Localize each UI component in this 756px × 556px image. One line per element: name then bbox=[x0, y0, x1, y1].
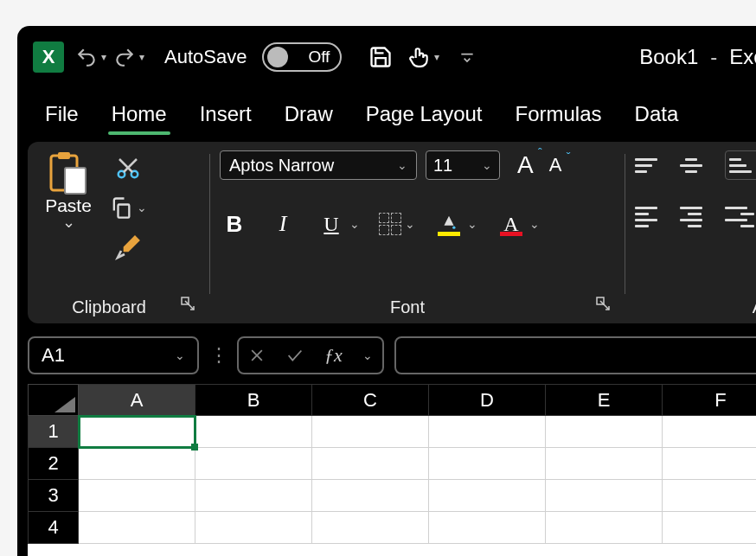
font-group-label: Font bbox=[220, 294, 595, 317]
tab-home[interactable]: Home bbox=[108, 97, 170, 135]
cell-c1[interactable] bbox=[312, 416, 429, 448]
cell-e1[interactable] bbox=[546, 416, 663, 448]
font-family-value: Aptos Narrow bbox=[229, 156, 334, 176]
tab-insert[interactable]: Insert bbox=[196, 97, 255, 135]
chevron-down-icon: ⌄ bbox=[349, 217, 360, 231]
align-bottom-button[interactable] bbox=[725, 150, 756, 180]
column-header-d[interactable]: D bbox=[429, 385, 546, 416]
cell-a1[interactable] bbox=[79, 416, 195, 448]
cell-d4[interactable] bbox=[429, 512, 546, 544]
borders-button[interactable]: ⌄ bbox=[379, 213, 415, 235]
cell-b1[interactable] bbox=[195, 416, 312, 448]
font-family-combo[interactable]: Aptos Narrow ⌄ bbox=[220, 150, 417, 180]
tab-formulas[interactable]: Formulas bbox=[512, 97, 605, 135]
shrink-font-button[interactable]: Aˇ bbox=[549, 154, 562, 176]
align-middle-button[interactable] bbox=[680, 150, 709, 180]
svg-rect-2 bbox=[58, 152, 70, 159]
formula-bar-options[interactable]: ⋮ bbox=[209, 344, 227, 367]
cell-e3[interactable] bbox=[546, 480, 663, 512]
cell-e4[interactable] bbox=[546, 512, 663, 544]
excel-app-icon: X bbox=[33, 42, 64, 73]
clipboard-launcher[interactable] bbox=[180, 296, 199, 315]
touch-mode-button[interactable] bbox=[407, 42, 440, 73]
cell-c3[interactable] bbox=[312, 480, 429, 512]
group-alignment: Ali bbox=[625, 142, 756, 323]
cell-b2[interactable] bbox=[195, 448, 312, 480]
chevron-down-icon: ⌄ bbox=[175, 348, 185, 362]
clipboard-icon bbox=[48, 150, 89, 194]
fill-icon bbox=[434, 209, 464, 239]
cell-a2[interactable] bbox=[79, 448, 195, 480]
insert-function-button[interactable]: ƒx bbox=[324, 344, 343, 367]
autosave-toggle[interactable]: Off bbox=[262, 42, 342, 72]
cell-d1[interactable] bbox=[429, 416, 546, 448]
cell-a3[interactable] bbox=[79, 480, 195, 512]
align-top-button[interactable] bbox=[635, 150, 664, 180]
font-launcher[interactable] bbox=[595, 296, 614, 315]
save-button[interactable] bbox=[364, 42, 397, 73]
cut-button[interactable] bbox=[111, 152, 145, 183]
align-right-button[interactable] bbox=[725, 202, 754, 232]
italic-button[interactable]: I bbox=[268, 209, 298, 239]
chevron-down-icon: ⌄ bbox=[362, 348, 373, 362]
cell-e2[interactable] bbox=[546, 448, 663, 480]
align-left-button[interactable] bbox=[635, 202, 664, 232]
undo-button[interactable] bbox=[74, 42, 107, 73]
customize-qat-button[interactable] bbox=[451, 42, 484, 73]
cell-b3[interactable] bbox=[195, 480, 312, 512]
enter-formula-button[interactable] bbox=[285, 346, 304, 365]
autosave-state: Off bbox=[308, 48, 330, 67]
tab-file[interactable]: File bbox=[42, 97, 82, 135]
align-center-button[interactable] bbox=[680, 202, 709, 232]
cell-f3[interactable] bbox=[663, 480, 757, 512]
column-header-e[interactable]: E bbox=[546, 385, 663, 416]
svg-point-10 bbox=[452, 227, 455, 229]
group-clipboard: Paste ⌄ Clipboard bbox=[28, 142, 209, 323]
borders-icon bbox=[379, 213, 401, 235]
svg-rect-8 bbox=[119, 205, 130, 218]
copy-button[interactable]: ⌄ bbox=[109, 195, 147, 220]
cell-d3[interactable] bbox=[429, 480, 546, 512]
cell-c4[interactable] bbox=[312, 512, 429, 544]
row-header-2[interactable]: 2 bbox=[29, 448, 79, 480]
format-painter-button[interactable] bbox=[111, 232, 145, 263]
chevron-down-icon: ⌄ bbox=[467, 217, 477, 231]
cell-d2[interactable] bbox=[429, 448, 546, 480]
redo-button[interactable] bbox=[112, 42, 145, 73]
column-header-b[interactable]: B bbox=[195, 385, 312, 416]
cell-a4[interactable] bbox=[79, 512, 195, 544]
row-header-1[interactable]: 1 bbox=[29, 416, 79, 448]
bold-button[interactable]: B bbox=[220, 209, 249, 239]
name-box[interactable]: A1 ⌄ bbox=[28, 336, 199, 374]
cell-b4[interactable] bbox=[195, 512, 312, 544]
cancel-formula-button[interactable] bbox=[248, 347, 266, 364]
grow-font-button[interactable]: Aˆ bbox=[517, 151, 534, 179]
font-color-button[interactable]: A ⌄ bbox=[497, 209, 540, 239]
row-header-3[interactable]: 3 bbox=[29, 480, 79, 512]
select-all-corner[interactable] bbox=[29, 385, 79, 416]
tab-data[interactable]: Data bbox=[631, 97, 682, 135]
fill-color-button[interactable]: ⌄ bbox=[434, 209, 477, 239]
tab-page-layout[interactable]: Page Layout bbox=[362, 97, 486, 135]
chevron-down-icon: ⌄ bbox=[405, 217, 415, 231]
cell-f4[interactable] bbox=[663, 512, 757, 544]
worksheet-grid[interactable]: A B C D E F 1 2 3 bbox=[28, 384, 756, 556]
document-name: Book1 bbox=[639, 45, 698, 69]
paste-button[interactable]: Paste bbox=[38, 150, 99, 227]
formula-input[interactable] bbox=[394, 336, 756, 374]
underline-button[interactable]: U ⌄ bbox=[317, 209, 360, 239]
clipboard-group-label: Clipboard bbox=[38, 294, 180, 317]
ribbon: Paste ⌄ Clipboard bbox=[28, 142, 756, 323]
column-header-f[interactable]: F bbox=[663, 385, 757, 416]
row-header-4[interactable]: 4 bbox=[29, 512, 79, 544]
chevron-down-icon: ⌄ bbox=[482, 158, 492, 172]
cell-c2[interactable] bbox=[312, 448, 429, 480]
font-size-combo[interactable]: 11 ⌄ bbox=[426, 150, 500, 180]
cell-f2[interactable] bbox=[663, 448, 757, 480]
name-box-value: A1 bbox=[42, 344, 65, 367]
cell-f1[interactable] bbox=[663, 416, 757, 448]
column-header-a[interactable]: A bbox=[79, 385, 195, 416]
font-color-icon: A bbox=[497, 209, 526, 239]
tab-draw[interactable]: Draw bbox=[281, 97, 336, 135]
column-header-c[interactable]: C bbox=[312, 385, 429, 416]
